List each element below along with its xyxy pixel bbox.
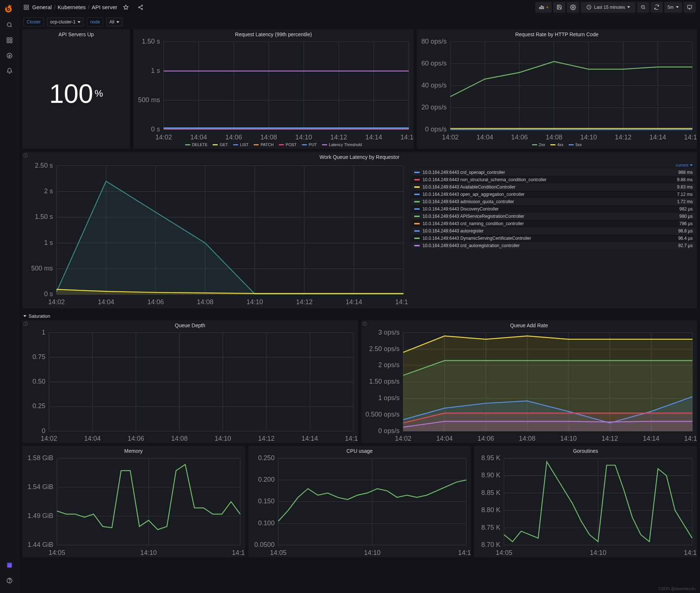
add-panel-button[interactable]: + — [535, 2, 552, 13]
panel-cpu[interactable]: CPU usage 0.05000.1000.1500.2000.25014:0… — [248, 446, 471, 557]
breadcrumb-page[interactable]: API server — [91, 4, 117, 10]
panel-queue-depth[interactable]: ⓘ Queue Depth 00.250.500.75114:0214:0414… — [22, 320, 358, 443]
kiosk-button[interactable] — [684, 2, 696, 13]
legend-row[interactable]: 10.0.164.249:6443 AvailableConditionCont… — [411, 183, 696, 191]
share-icon[interactable] — [135, 2, 146, 13]
alerting-icon[interactable] — [3, 64, 16, 78]
panel-request-latency[interactable]: Request Latency (99th percentile) 0 s500… — [133, 29, 413, 149]
time-range-label: Last 15 minutes — [594, 5, 625, 10]
legend-row[interactable]: 10.0.164.249:6443 non_structural_schema_… — [411, 176, 696, 183]
info-icon[interactable]: ⓘ — [363, 321, 367, 327]
legend-item[interactable]: DELETE — [185, 142, 208, 147]
legend-item[interactable]: POST — [279, 142, 297, 147]
panel-grid-icon[interactable] — [23, 4, 29, 10]
settings-button[interactable] — [567, 2, 579, 13]
legend-row[interactable]: 10.0.164.249:6443 autoregister98.8 µs — [411, 227, 696, 235]
template-variable-bar: Cluster ocp-cluster-1 node All — [19, 15, 700, 29]
panel-goroutines[interactable]: Goroutines 8.70 K8.75 K8.80 K8.85 K8.90 … — [474, 446, 697, 557]
refresh-interval-button[interactable]: 5m — [664, 2, 682, 13]
svg-text:14:16: 14:16 — [684, 133, 697, 141]
svg-text:14:08: 14:08 — [519, 435, 535, 442]
legend-row[interactable]: 10.0.164.249:6443 DynamicServingCertific… — [411, 235, 696, 242]
legend-item[interactable]: 2xx — [532, 142, 545, 147]
svg-rect-10 — [9, 565, 10, 567]
legend-row[interactable]: 10.0.164.249:6443 crd_autoregistration_c… — [411, 242, 696, 249]
svg-text:14:16: 14:16 — [400, 133, 413, 141]
svg-text:14:05: 14:05 — [49, 549, 65, 556]
profile-icon[interactable] — [3, 559, 16, 572]
legend-item[interactable]: GET — [213, 142, 228, 147]
legend-item[interactable]: 4xx — [550, 142, 564, 147]
row-header-saturation[interactable]: Saturation — [22, 311, 697, 320]
svg-text:14:12: 14:12 — [296, 298, 312, 306]
svg-point-2 — [7, 23, 11, 27]
legend-row[interactable]: 10.0.164.249:6443 crd_openapi_controller… — [411, 169, 696, 176]
svg-text:1 s: 1 s — [44, 239, 53, 246]
panel-api-servers-up[interactable]: API Servers Up 100% — [22, 29, 130, 149]
explore-icon[interactable] — [3, 49, 16, 62]
legend-item[interactable]: PUT — [302, 142, 317, 147]
panel-title: Memory — [22, 446, 245, 455]
svg-text:20 ops/s: 20 ops/s — [421, 103, 446, 111]
dashboards-icon[interactable] — [3, 34, 16, 47]
svg-text:14:02: 14:02 — [41, 435, 57, 442]
legend-sort-header[interactable]: current — [411, 162, 696, 169]
breadcrumb-folder[interactable]: Kubernetes — [58, 4, 86, 10]
svg-rect-5 — [7, 41, 9, 43]
svg-text:14:02: 14:02 — [48, 298, 65, 306]
search-icon[interactable] — [3, 18, 16, 31]
info-icon[interactable]: ⓘ — [23, 321, 28, 327]
var-select-cluster[interactable]: ocp-cluster-1 — [47, 18, 84, 26]
svg-text:0.150: 0.150 — [258, 498, 274, 505]
var-select-node[interactable]: All — [106, 18, 123, 26]
breadcrumb-home[interactable]: General — [32, 4, 52, 10]
svg-rect-3 — [7, 38, 9, 40]
panel-work-queue-latency[interactable]: ⓘ Work Queue Latency by Requestor 0 s500… — [22, 152, 697, 308]
svg-text:1.50 s: 1.50 s — [35, 213, 53, 221]
save-button[interactable] — [553, 2, 565, 13]
panel-memory[interactable]: Memory 1.44 GiB1.49 GiB1.54 GiB1.58 GiB1… — [22, 446, 245, 557]
svg-text:0 ops/s: 0 ops/s — [378, 427, 399, 434]
svg-text:14:16: 14:16 — [395, 298, 408, 306]
legend-item[interactable]: LIST — [233, 142, 248, 147]
legend-row[interactable]: 10.0.164.249:6443 crd_naming_condition_c… — [411, 220, 696, 227]
svg-text:14:08: 14:08 — [546, 133, 562, 141]
svg-text:2 s: 2 s — [44, 187, 53, 195]
legend-item[interactable]: PATCH — [254, 142, 274, 147]
panel-request-rate[interactable]: Request Rate by HTTP Return Code 0 ops/s… — [417, 29, 697, 149]
zoom-out-button[interactable] — [637, 2, 649, 13]
breadcrumb: General / Kubernetes / API server — [32, 4, 117, 10]
svg-text:14:06: 14:06 — [511, 133, 528, 141]
star-icon[interactable] — [120, 2, 132, 13]
svg-text:14:10: 14:10 — [364, 549, 380, 556]
svg-text:14:10: 14:10 — [214, 435, 231, 442]
svg-rect-15 — [27, 5, 29, 7]
svg-text:14:12: 14:12 — [258, 435, 274, 442]
legend-row[interactable]: 10.0.164.249:6443 DiscoveryController982… — [411, 205, 696, 213]
svg-text:14:04: 14:04 — [84, 435, 101, 442]
legend-row[interactable]: 10.0.164.249:6443 admission_quota_contro… — [411, 198, 696, 205]
svg-text:14:10: 14:10 — [590, 549, 606, 556]
chevron-down-icon — [690, 164, 693, 166]
legend-item[interactable]: 5xx — [569, 142, 582, 147]
info-icon[interactable]: ⓘ — [23, 153, 28, 159]
svg-text:14:15: 14:15 — [684, 549, 697, 556]
refresh-button[interactable] — [651, 2, 663, 13]
svg-text:0.50: 0.50 — [33, 378, 45, 385]
svg-text:14:08: 14:08 — [261, 133, 277, 141]
panel-queue-add-rate[interactable]: ⓘ Queue Add Rate 0 ops/s0.500 ops/s1 ops… — [361, 320, 697, 443]
svg-text:40 ops/s: 40 ops/s — [421, 81, 446, 89]
svg-text:14:16: 14:16 — [345, 435, 358, 442]
svg-text:14:15: 14:15 — [232, 549, 245, 556]
svg-rect-6 — [10, 41, 12, 43]
var-label-node: node — [87, 18, 103, 26]
svg-text:0.250: 0.250 — [258, 455, 274, 462]
help-icon[interactable] — [3, 574, 16, 587]
legend-row[interactable]: 10.0.164.249:6443 open_api_aggregation_c… — [411, 191, 696, 198]
grafana-logo-icon[interactable] — [3, 3, 16, 16]
svg-text:1.44 GiB: 1.44 GiB — [27, 541, 53, 548]
legend-item[interactable]: Latency Threshold — [322, 142, 362, 147]
svg-text:0 s: 0 s — [151, 125, 160, 133]
time-picker-button[interactable]: Last 15 minutes — [581, 2, 636, 13]
legend-row[interactable]: 10.0.164.249:6443 APIServiceRegistration… — [411, 213, 696, 220]
